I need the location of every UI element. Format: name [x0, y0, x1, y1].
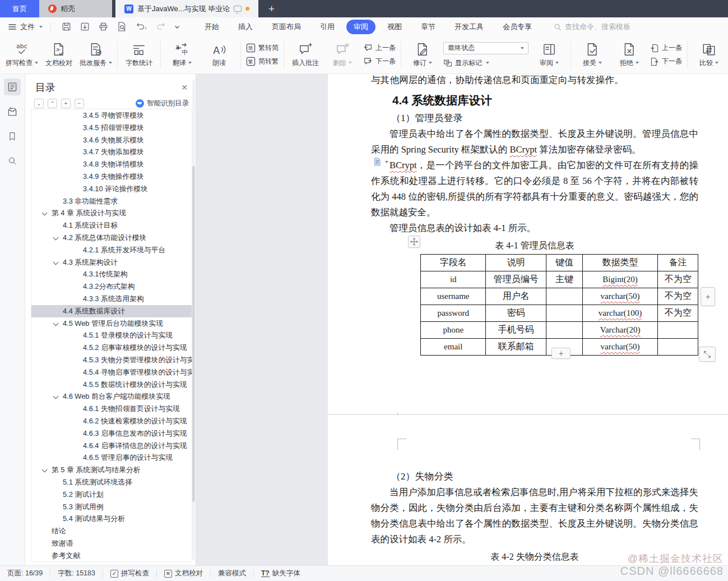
- toc-item[interactable]: 4.5.3 失物分类管理模块的设计与实现: [31, 354, 192, 366]
- toc-item[interactable]: 致谢语: [31, 537, 192, 550]
- reject-change-button[interactable]: 拒绝: [611, 38, 648, 72]
- file-menu-button[interactable]: 文件: [0, 22, 48, 32]
- toc-item[interactable]: 4.3.1传统架构: [31, 268, 192, 280]
- toc-item[interactable]: 5.1 系统测试环境选择: [31, 476, 192, 488]
- toc-item[interactable]: 4.3.2分布式架构: [31, 280, 192, 293]
- ribbon-tab[interactable]: 开发工具: [447, 20, 491, 34]
- table-resize-handle[interactable]: [699, 347, 716, 362]
- print-preview-button[interactable]: [117, 21, 127, 32]
- toc-panel-button[interactable]: [4, 79, 21, 95]
- track-changes-button[interactable]: 修订: [404, 38, 441, 72]
- toc-item[interactable]: 3.4.9 失物操作模块: [31, 170, 192, 183]
- ribbon-tab[interactable]: 审阅: [346, 20, 375, 34]
- toc-item[interactable]: 4.4 系统数据库设计: [31, 305, 192, 317]
- toc-item[interactable]: 4.6.3 启事信息发布的设计与实现: [31, 427, 192, 440]
- toc-item[interactable]: 4.5.2 启事审核模块的设计与实现: [31, 342, 192, 354]
- toc-collapse-all-button[interactable]: −: [75, 99, 84, 108]
- workspace-panel-button[interactable]: [4, 103, 21, 120]
- correction-service-button[interactable]: 批改服务: [77, 38, 114, 72]
- toc-item[interactable]: 3.4.5 招领管理模块: [31, 122, 192, 134]
- toc-item[interactable]: 4.3 系统架构设计: [31, 256, 192, 269]
- toc-item[interactable]: 结论: [31, 525, 192, 537]
- doc-proofread-button[interactable]: a- 文档校对: [40, 38, 77, 72]
- read-aloud-button[interactable]: A 朗读: [201, 38, 238, 72]
- toc-item[interactable]: 4.5 Web 管理后台功能模块实现: [31, 317, 192, 330]
- toc-item[interactable]: 4.2 系统总体功能设计模块: [31, 232, 192, 244]
- table-move-handle[interactable]: [408, 236, 420, 248]
- prev-change-button[interactable]: 上一条: [650, 43, 682, 53]
- toc-scrollbar[interactable]: [192, 80, 195, 560]
- smart-recognize-button[interactable]: 智能识别目录: [136, 99, 189, 108]
- show-markup-button[interactable]: 显示标记: [443, 58, 528, 68]
- markup-state-select[interactable]: 最终状态: [443, 42, 528, 54]
- toc-item[interactable]: 4.3.3 系统选用架构: [31, 293, 192, 305]
- toc-item[interactable]: 3.4.7 失物添加模块: [31, 146, 192, 158]
- bookmark-panel-button[interactable]: [4, 128, 21, 145]
- toc-item[interactable]: 4.6.5 管理启事的设计与实现: [31, 451, 192, 464]
- toc-expand-all-button[interactable]: +: [61, 99, 71, 108]
- word-count-indicator[interactable]: 字数: 15183: [50, 569, 103, 578]
- toc-item[interactable]: 3.3 非功能性需求: [31, 195, 192, 208]
- toc-item[interactable]: 参考文献: [31, 550, 192, 562]
- toc-item[interactable]: 3.4.10 评论操作模块: [31, 183, 192, 195]
- accept-change-button[interactable]: 接受: [574, 38, 611, 72]
- compat-mode-indicator[interactable]: 兼容模式: [211, 569, 253, 578]
- print-button[interactable]: [98, 21, 109, 32]
- toc-item[interactable]: 4.5.4 寻物启事管理模块的设计与实现: [31, 366, 192, 379]
- toc-item[interactable]: 3.4.8 失物详情模块: [31, 158, 192, 170]
- missing-font-indicator[interactable]: T?缺失字体: [254, 569, 308, 578]
- table-add-column-button[interactable]: +: [701, 287, 715, 306]
- review-pane-button[interactable]: 审阅: [531, 38, 568, 72]
- table-add-row-button[interactable]: +: [551, 348, 571, 359]
- next-comment-button[interactable]: 下一条: [363, 57, 396, 66]
- document-page-1[interactable]: 与其他网层的通信，协助传递信息和页面重定向与转发操作。 4.4 系统数据库设计 …: [328, 74, 728, 414]
- next-change-button[interactable]: 下一条: [650, 57, 682, 66]
- toc-item[interactable]: 4.5.5 数据统计模块的设计与实现: [31, 379, 192, 391]
- doc-proof-toggle[interactable]: ✕文档校对: [157, 569, 210, 578]
- toc-item[interactable]: 第 5 章 系统测试与结果分析: [31, 464, 192, 476]
- find-panel-button[interactable]: [4, 153, 21, 169]
- toc-item[interactable]: 4.5.1 登录模块的设计与实现: [31, 329, 192, 342]
- word-count-button[interactable]: 字数统计: [120, 38, 157, 72]
- toc-item[interactable]: 4.1 系统设计目标: [31, 219, 192, 232]
- toc-close-button[interactable]: ✕: [181, 83, 188, 92]
- ribbon-tab[interactable]: 视图: [380, 20, 409, 34]
- ribbon-tab[interactable]: 会员专享: [495, 20, 539, 34]
- tab-docer[interactable]: 稻壳: [39, 0, 112, 17]
- save-button[interactable]: [61, 21, 72, 32]
- toc-expand-down-button[interactable]: ⌄: [34, 99, 44, 108]
- toolbar-collapse-button[interactable]: [174, 24, 180, 30]
- toc-item[interactable]: 4.6.4 启事详情信息的设计与实现: [31, 440, 192, 452]
- redo-button[interactable]: [155, 21, 166, 32]
- export-button[interactable]: [80, 21, 90, 32]
- spell-check-toggle[interactable]: ✓拼写检查: [103, 569, 156, 578]
- ribbon-tab[interactable]: 引用: [313, 20, 342, 34]
- toc-item[interactable]: 4.2.1 系统开发环境与平台: [31, 244, 192, 256]
- toc-item[interactable]: 5.4 测试结果与分析: [31, 513, 192, 525]
- toc-item[interactable]: 3.4.5 寻物管理模块: [31, 109, 192, 122]
- simp-to-trad-button[interactable]: 繁 简转繁: [246, 57, 279, 66]
- toc-item[interactable]: 5.3 测试用例: [31, 501, 192, 513]
- undo-button[interactable]: [135, 21, 147, 32]
- toc-collapse-up-button[interactable]: ⌃: [48, 99, 57, 108]
- tab-home[interactable]: 首页: [0, 0, 39, 17]
- command-search[interactable]: 查找命令、搜索模板: [554, 22, 630, 32]
- tab-document[interactable]: W 基于JavaWe...与实现 毕业论文: [115, 0, 258, 17]
- translate-button[interactable]: a中 翻译: [164, 38, 201, 72]
- prev-comment-button[interactable]: 上一条: [363, 43, 396, 53]
- toc-item[interactable]: 5.2 测试计划: [31, 488, 192, 501]
- toc-item[interactable]: 3.4.6 失物展示模块: [31, 134, 192, 146]
- toc-item[interactable]: 4.6 Web 前台客户端功能模块实现: [31, 390, 192, 403]
- toc-item[interactable]: 4.6.2 快速检索模块的设计与实现: [31, 415, 192, 427]
- new-tab-button[interactable]: +: [258, 0, 285, 17]
- ribbon-tab[interactable]: 插入: [231, 20, 260, 34]
- document-page-2[interactable]: （2）失物分类 当用户添加启事信息或者检索启事信息时,用户将采用下拉框的形式来选…: [328, 415, 728, 565]
- delete-comment-button[interactable]: 删除: [324, 38, 361, 72]
- ribbon-tab[interactable]: 页面布局: [265, 20, 308, 34]
- toc-item[interactable]: 4.6.1 失物招领首页设计与实现: [31, 403, 192, 415]
- spell-check-button[interactable]: abc 拼写检查: [3, 38, 40, 72]
- insert-comment-button[interactable]: 插入批注: [287, 38, 324, 72]
- outline-level-button[interactable]: [373, 157, 388, 167]
- trad-to-simp-button[interactable]: 简 繁转简: [246, 43, 279, 53]
- ribbon-tab[interactable]: 开始: [197, 20, 226, 34]
